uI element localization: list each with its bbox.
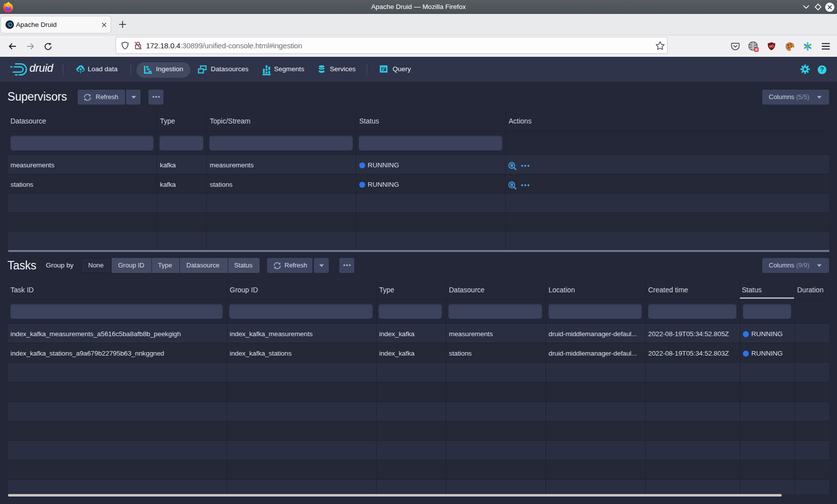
svg-text:?: ? — [820, 66, 824, 73]
svg-text:uO: uO — [769, 44, 774, 48]
